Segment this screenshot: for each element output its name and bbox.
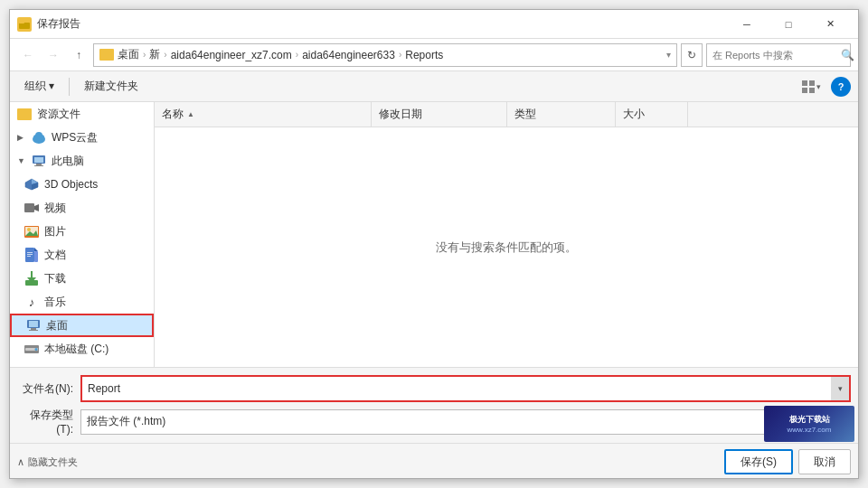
sidebar-music-label: 音乐: [44, 295, 66, 310]
svg-rect-33: [29, 321, 38, 327]
svg-rect-26: [27, 252, 33, 253]
svg-rect-17: [24, 203, 34, 212]
title-bar: 保存报告 ─ □ ✕: [10, 10, 858, 39]
svg-rect-4: [802, 88, 807, 93]
pictures-icon: [24, 224, 39, 239]
minimize-button[interactable]: ─: [726, 10, 768, 39]
svg-point-21: [27, 228, 31, 231]
sidebar-item-drive-d[interactable]: 软件 (D:): [10, 361, 154, 367]
window-controls: ─ □ ✕: [726, 10, 851, 39]
file-area: 名称 ▲ 修改日期 类型 大小 没有与搜索条件匹配的项。: [155, 102, 858, 367]
sidebar-item-resources[interactable]: 资源文件: [10, 102, 154, 126]
sidebar-item-desktop[interactable]: 桌面: [10, 314, 154, 337]
action-bar: ∧ 隐藏文件夹 保存(S) 取消: [10, 443, 858, 478]
svg-rect-3: [809, 80, 815, 86]
view-button[interactable]: ▾: [798, 75, 824, 99]
cancel-button[interactable]: 取消: [798, 449, 851, 474]
svg-rect-27: [27, 254, 33, 255]
svg-rect-25: [34, 251, 38, 262]
filetype-input-container: ▾: [80, 409, 851, 435]
sidebar: 资源文件 ▶ WPS云盘 ▼: [10, 102, 155, 367]
path-site[interactable]: aida64engineer_xz7.com: [171, 49, 292, 61]
svg-rect-5: [809, 88, 815, 93]
address-bar: ← → ↑ 桌面 › 新 › aida64engineer_xz7.com › …: [10, 39, 858, 71]
sidebar-item-video[interactable]: 视频: [10, 196, 154, 220]
sidebar-item-pictures[interactable]: 图片: [10, 220, 154, 243]
path-folder633[interactable]: aida64engineer633: [302, 49, 395, 61]
toolbar: 组织 ▾ 新建文件夹 ▾ ?: [10, 71, 858, 102]
path-reports[interactable]: Reports: [405, 49, 443, 61]
sidebar-item-resources-label: 资源文件: [37, 107, 80, 122]
sidebar-drive-c-label: 本地磁盘 (C:): [44, 342, 108, 357]
svg-marker-18: [34, 204, 39, 211]
svg-rect-12: [36, 164, 42, 165]
path-dropdown-arrow[interactable]: ▾: [666, 50, 671, 60]
sidebar-item-downloads[interactable]: 下载: [10, 267, 154, 290]
action-buttons: 保存(S) 取消: [724, 449, 851, 474]
col-type-header[interactable]: 类型: [507, 102, 616, 127]
this-pc-arrow: ▼: [17, 156, 26, 165]
new-folder-button[interactable]: 新建文件夹: [77, 75, 146, 99]
filename-dropdown[interactable]: ▾: [831, 377, 849, 400]
desktop-icon: [26, 318, 41, 333]
sidebar-item-wps-label: WPS云盘: [52, 130, 98, 145]
filename-input-container: ▾: [80, 375, 851, 402]
col-name-header[interactable]: 名称 ▲: [155, 102, 372, 127]
sidebar-item-this-pc[interactable]: ▼ 此电脑: [10, 149, 154, 173]
sidebar-item-wps-cloud[interactable]: ▶ WPS云盘: [10, 126, 154, 149]
back-button[interactable]: ←: [17, 44, 39, 66]
filetype-input[interactable]: [81, 410, 832, 434]
help-button[interactable]: ?: [831, 77, 851, 97]
search-input[interactable]: [712, 50, 837, 61]
sidebar-item-drive-c[interactable]: 本地磁盘 (C:): [10, 337, 154, 361]
this-pc-icon: [32, 154, 46, 168]
svg-rect-2: [802, 80, 807, 86]
save-dialog: 保存报告 ─ □ ✕ ← → ↑ 桌面 › 新 › aida64engineer…: [9, 9, 859, 479]
filetype-label: 保存类型(T):: [17, 408, 80, 436]
sidebar-item-documents[interactable]: 文档: [10, 243, 154, 267]
filename-label: 文件名(N):: [17, 381, 80, 397]
title-icon: [17, 17, 32, 32]
toolbar-right: ▾ ?: [798, 75, 851, 99]
svg-rect-35: [29, 330, 38, 331]
sidebar-downloads-label: 下载: [44, 271, 66, 286]
wps-cloud-arrow: ▶: [17, 133, 26, 142]
sidebar-item-3d[interactable]: 3D Objects: [10, 173, 154, 196]
save-button[interactable]: 保存(S): [724, 449, 793, 474]
file-header: 名称 ▲ 修改日期 类型 大小: [155, 102, 858, 127]
path-new[interactable]: 新: [149, 47, 160, 62]
path-folder-icon: [99, 49, 114, 61]
organize-button[interactable]: 组织 ▾: [17, 75, 61, 99]
path-desktop[interactable]: 桌面: [118, 47, 139, 62]
sidebar-video-label: 视频: [44, 201, 66, 216]
address-path[interactable]: 桌面 › 新 › aida64engineer_xz7.com › aida64…: [93, 43, 677, 67]
hidden-files-button[interactable]: ∧ 隐藏文件夹: [17, 455, 78, 469]
sidebar-item-music[interactable]: ♪ 音乐: [10, 290, 154, 314]
forward-button[interactable]: →: [42, 44, 64, 66]
maximize-button[interactable]: □: [768, 10, 809, 39]
col-size-header[interactable]: 大小: [616, 102, 688, 127]
close-button[interactable]: ✕: [809, 10, 851, 39]
search-box[interactable]: 🔍: [706, 43, 851, 67]
svg-marker-24: [34, 248, 38, 251]
search-icon: 🔍: [841, 49, 854, 61]
up-button[interactable]: ↑: [68, 44, 90, 66]
filename-input[interactable]: [82, 377, 831, 400]
sidebar-desktop-label: 桌面: [46, 318, 68, 333]
filetype-row: 保存类型(T): ▾: [17, 408, 851, 436]
file-empty-message: 没有与搜索条件匹配的项。: [155, 127, 858, 367]
sidebar-docs-label: 文档: [44, 248, 66, 263]
video-icon: [24, 201, 39, 215]
sidebar-pictures-label: 图片: [44, 224, 66, 239]
col-date-header[interactable]: 修改日期: [372, 102, 507, 127]
svg-rect-0: [19, 23, 30, 29]
3d-icon: [24, 177, 39, 192]
svg-rect-13: [34, 165, 43, 166]
downloads-icon: [24, 271, 39, 286]
svg-rect-11: [34, 157, 43, 163]
watermark: 极光下载站 www.xz7.com: [764, 406, 854, 442]
svg-rect-34: [31, 328, 36, 330]
refresh-button[interactable]: ↻: [681, 43, 703, 67]
main-area: 资源文件 ▶ WPS云盘 ▼: [10, 102, 858, 367]
documents-icon: [24, 248, 39, 262]
